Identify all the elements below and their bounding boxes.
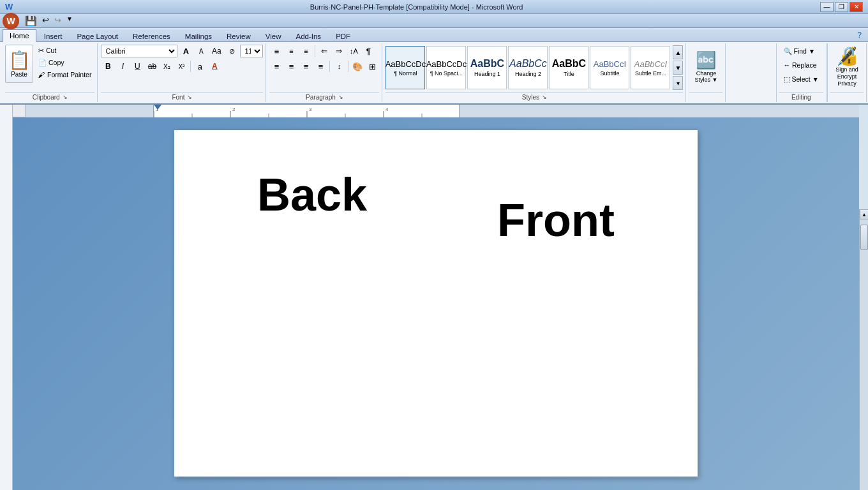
svg-text:2: 2 <box>232 107 236 112</box>
window-controls: — ❐ ✕ <box>820 2 863 12</box>
cut-icon: ✂ <box>38 47 44 54</box>
help-icon[interactable]: ? <box>853 29 865 41</box>
restore-button[interactable]: ❐ <box>835 2 848 12</box>
cut-button[interactable]: ✂ Cut <box>35 45 94 56</box>
redo-icon[interactable]: ↪ <box>52 14 63 28</box>
align-center-button[interactable]: ≡ <box>284 60 298 73</box>
font-grow-button[interactable]: A <box>179 45 193 57</box>
back-text: Back <box>257 168 367 221</box>
tab-insert[interactable]: Insert <box>37 30 70 41</box>
quick-access-toolbar: W 💾 ↩ ↪ ▼ <box>0 14 868 28</box>
customize-icon[interactable]: ▼ <box>64 14 75 28</box>
tab-mailings[interactable]: Mailings <box>178 30 219 41</box>
find-icon: 🔍 <box>784 47 792 56</box>
justify-button[interactable]: ≡ <box>313 60 327 73</box>
subscript-button[interactable]: X₂ <box>160 60 174 73</box>
paragraph-dialog-icon[interactable]: ↘ <box>338 94 343 101</box>
tab-page-layout[interactable]: Page Layout <box>70 30 125 41</box>
select-button[interactable]: ⬚ Select ▼ <box>779 73 824 85</box>
page-content-area[interactable]: Back Front <box>206 156 666 452</box>
clipboard-dialog-icon[interactable]: ↘ <box>63 94 68 101</box>
paragraph-group: ≡ ≡ ≡ ⇐ ⇒ ↕A ¶ ≡ ≡ ≡ ≡ ↕ 🎨 ⊞ Pa <box>267 43 382 102</box>
font-shrink-button[interactable]: A <box>194 45 208 57</box>
scroll-thumb[interactable] <box>860 225 868 250</box>
strikethrough-button[interactable]: ab <box>145 60 159 73</box>
sign-encrypt-icon: 🔏 <box>836 45 858 66</box>
increase-indent-button[interactable]: ⇒ <box>332 45 346 57</box>
undo-icon[interactable]: ↩ <box>40 14 51 28</box>
document-area[interactable]: Back Front <box>13 117 859 490</box>
copy-icon: 📄 <box>38 59 47 67</box>
line-spacing-button[interactable]: ↕ <box>332 60 346 73</box>
change-styles-icon: 🔤 <box>696 50 716 70</box>
font-group: Calibri A A Aa ⊘ 11 B I U ab X₂ X² a A <box>98 43 266 102</box>
decrease-indent-button[interactable]: ⇐ <box>317 45 331 57</box>
replace-icon: ↔ <box>784 61 791 69</box>
shading-button[interactable]: 🎨 <box>350 60 364 73</box>
align-right-button[interactable]: ≡ <box>299 60 313 73</box>
change-styles-button[interactable]: 🔤 Change Styles ▼ <box>689 45 722 88</box>
font-dialog-icon[interactable]: ↘ <box>187 94 192 101</box>
styles-more[interactable]: ▾ <box>673 76 683 90</box>
svg-text:4: 4 <box>385 107 389 112</box>
title-text: Burris-NC-Panel-PH-Template [Compatibili… <box>13 3 820 11</box>
align-left-button[interactable]: ≡ <box>269 60 283 73</box>
format-painter-button[interactable]: 🖌 Format Painter <box>35 69 94 80</box>
font-color-button[interactable]: A <box>207 60 221 73</box>
superscript-button[interactable]: X² <box>174 60 188 73</box>
styles-scroll-down[interactable]: ▼ <box>673 61 683 75</box>
title-bar: W Burris-NC-Panel-PH-Template [Compatibi… <box>0 0 868 14</box>
scroll-track[interactable] <box>860 219 868 490</box>
indent-left-marker[interactable] <box>154 105 161 112</box>
italic-button[interactable]: I <box>116 60 130 73</box>
close-button[interactable]: ✕ <box>849 2 863 12</box>
style-normal[interactable]: AaBbCcDc ¶ Normal <box>385 46 425 89</box>
sort-button[interactable]: ↕A <box>347 45 361 57</box>
tab-review[interactable]: Review <box>220 30 258 41</box>
styles-dialog-icon[interactable]: ↘ <box>542 94 547 101</box>
font-size-select[interactable]: 11 <box>240 45 263 57</box>
clear-format-button[interactable]: ⊘ <box>225 45 239 57</box>
editing-group: 🔍 Find ▼ ↔ Replace ⬚ Select ▼ Editing <box>776 43 827 102</box>
tab-add-ins[interactable]: Add-Ins <box>288 30 328 41</box>
scroll-up-button[interactable]: ▲ <box>860 209 868 219</box>
sign-encrypt-button[interactable]: 🔏 Sign and Encrypt Privacy <box>830 45 864 88</box>
save-quick-icon[interactable]: 💾 <box>23 14 39 28</box>
style-heading2[interactable]: AaBbCc Heading 2 <box>508 46 548 89</box>
tab-home[interactable]: Home <box>3 29 36 42</box>
tab-view[interactable]: View <box>258 30 288 41</box>
ribbon-tabs: Home Insert Page Layout References Maili… <box>0 28 868 42</box>
horizontal-ruler: 1 2 3 4 <box>13 105 859 117</box>
style-title[interactable]: AaBbC Title <box>549 46 588 89</box>
front-text: Front <box>497 194 615 246</box>
minimize-button[interactable]: — <box>820 2 834 12</box>
style-no-spacing[interactable]: AaBbCcDc ¶ No Spaci... <box>426 46 466 89</box>
numbering-button[interactable]: ≡ <box>284 45 298 57</box>
show-marks-button[interactable]: ¶ <box>361 45 375 57</box>
multilevel-button[interactable]: ≡ <box>299 45 313 57</box>
highlight-button[interactable]: a <box>193 60 207 73</box>
copy-button[interactable]: 📄 Copy <box>35 57 94 68</box>
doc-wrapper: 1 2 3 4 <box>13 105 859 490</box>
tab-references[interactable]: References <box>126 30 177 41</box>
font-family-select[interactable]: Calibri <box>101 45 177 57</box>
paste-button[interactable]: 📋 Paste <box>5 45 33 83</box>
clipboard-group: 📋 Paste ✂ Cut 📄 Copy 🖌 Format Painter <box>3 43 98 102</box>
ruler-marks: 1 2 3 4 <box>154 105 460 117</box>
paste-icon: 📋 <box>8 50 31 71</box>
bullets-button[interactable]: ≡ <box>269 45 283 57</box>
office-button[interactable]: W <box>3 13 19 29</box>
replace-button[interactable]: ↔ Replace <box>779 59 824 71</box>
style-subtle-em[interactable]: AaBbCcI Subtle Em... <box>631 46 670 89</box>
borders-button[interactable]: ⊞ <box>365 60 379 73</box>
select-icon: ⬚ <box>784 75 790 83</box>
document-page[interactable]: Back Front <box>174 130 698 477</box>
tab-pdf[interactable]: PDF <box>329 30 357 41</box>
style-subtitle[interactable]: AaBbCcI Subtitle <box>590 46 629 89</box>
style-heading1[interactable]: AaBbC Heading 1 <box>467 46 507 89</box>
underline-button[interactable]: U <box>130 60 144 73</box>
change-case-button[interactable]: Aa <box>209 45 223 57</box>
bold-button[interactable]: B <box>101 60 115 73</box>
find-button[interactable]: 🔍 Find ▼ <box>779 45 824 57</box>
styles-scroll-up[interactable]: ▲ <box>673 45 683 59</box>
